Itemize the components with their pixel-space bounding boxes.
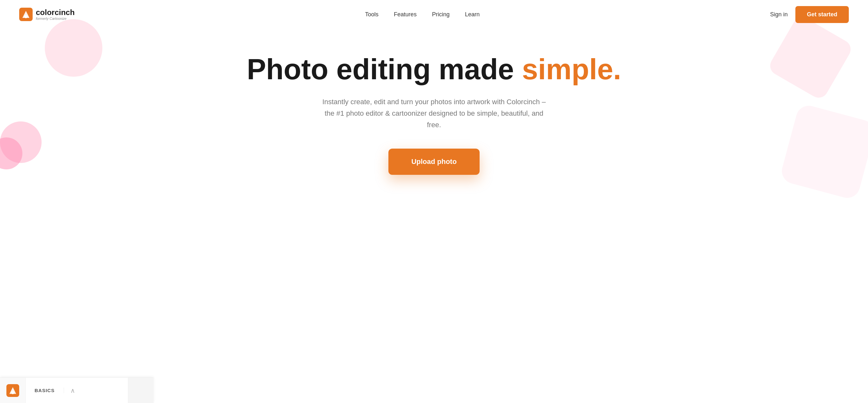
- nav-features[interactable]: Features: [394, 11, 416, 18]
- upload-photo-button[interactable]: Upload photo: [389, 148, 480, 175]
- svg-point-5: [11, 391, 14, 394]
- colorcinch-logo-icon: [19, 8, 33, 21]
- hero-subtext: Instantly create, edit and turn your pho…: [319, 96, 549, 131]
- hero-headline-part1: Photo editing made: [247, 54, 522, 85]
- navbar: colorcinch formerly Cartoonize Tools Fea…: [0, 0, 868, 29]
- nav-pricing[interactable]: Pricing: [432, 11, 450, 18]
- hero-headline: Photo editing made simple.: [247, 54, 621, 85]
- logo-link[interactable]: colorcinch formerly Cartoonize: [19, 8, 74, 21]
- bottom-basics-label: BASICS: [26, 388, 64, 393]
- bottom-bar: BASICS ∧: [0, 377, 154, 403]
- brand-formerly: formerly Cartoonize: [36, 16, 74, 21]
- get-started-button[interactable]: Get started: [795, 6, 849, 23]
- bottom-logo-area: [0, 378, 26, 403]
- bottom-chevron-icon[interactable]: ∧: [64, 387, 82, 394]
- logo-text-wrap: colorcinch formerly Cartoonize: [36, 8, 74, 21]
- bottom-right-placeholder: [128, 378, 154, 403]
- sign-in-link[interactable]: Sign in: [770, 11, 788, 18]
- nav-links: Tools Features Pricing Learn: [365, 11, 479, 18]
- bottom-logo-icon: [6, 384, 19, 397]
- svg-point-2: [24, 15, 28, 18]
- nav-learn[interactable]: Learn: [465, 11, 479, 18]
- nav-tools[interactable]: Tools: [365, 11, 378, 18]
- brand-name: colorcinch: [36, 8, 74, 16]
- nav-right: Sign in Get started: [770, 6, 849, 23]
- hero-headline-accent: simple.: [522, 54, 621, 85]
- hero-section: Photo editing made simple. Instantly cre…: [0, 29, 868, 194]
